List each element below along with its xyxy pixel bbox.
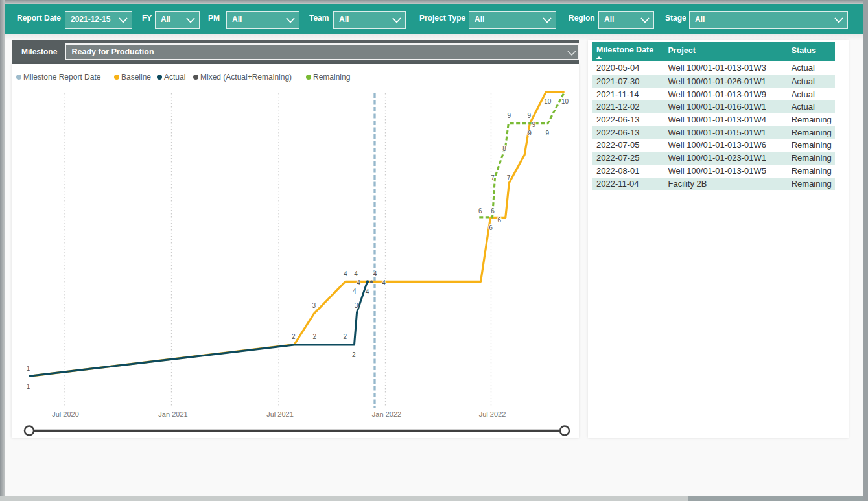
svg-text:1: 1 bbox=[27, 365, 30, 372]
svg-text:4: 4 bbox=[382, 279, 386, 286]
svg-text:9: 9 bbox=[546, 130, 550, 137]
svg-text:4: 4 bbox=[353, 288, 357, 295]
svg-text:3: 3 bbox=[355, 302, 358, 309]
svg-text:6: 6 bbox=[489, 224, 493, 231]
svg-text:2: 2 bbox=[292, 333, 296, 340]
svg-text:9: 9 bbox=[528, 130, 532, 137]
svg-text:Jul 2022: Jul 2022 bbox=[479, 410, 506, 418]
svg-text:4: 4 bbox=[373, 270, 377, 277]
svg-text:4: 4 bbox=[344, 270, 347, 277]
svg-text:Baseline: Baseline bbox=[121, 73, 151, 82]
svg-text:7: 7 bbox=[491, 174, 495, 181]
svg-text:4: 4 bbox=[357, 279, 360, 286]
svg-text:Remaining: Remaining bbox=[313, 73, 350, 82]
svg-text:2: 2 bbox=[313, 333, 317, 340]
svg-text:Jan 2022: Jan 2022 bbox=[372, 410, 401, 418]
svg-text:7: 7 bbox=[507, 174, 511, 181]
svg-text:9: 9 bbox=[532, 121, 535, 128]
svg-text:6: 6 bbox=[478, 207, 482, 215]
svg-text:Milestone Report Date: Milestone Report Date bbox=[23, 73, 101, 82]
svg-text:Jul 2021: Jul 2021 bbox=[266, 410, 294, 418]
svg-text:10: 10 bbox=[561, 98, 569, 105]
svg-text:2: 2 bbox=[352, 351, 356, 358]
svg-text:2: 2 bbox=[344, 333, 347, 340]
svg-text:6: 6 bbox=[491, 207, 495, 215]
svg-text:10: 10 bbox=[544, 98, 552, 105]
svg-text:Jan 2021: Jan 2021 bbox=[158, 410, 187, 418]
svg-text:4: 4 bbox=[366, 288, 369, 296]
svg-text:8: 8 bbox=[502, 145, 506, 152]
svg-text:3: 3 bbox=[312, 302, 316, 309]
svg-text:6: 6 bbox=[498, 216, 502, 224]
svg-text:4: 4 bbox=[354, 270, 358, 277]
svg-text:Actual: Actual bbox=[164, 73, 185, 82]
svg-text:9: 9 bbox=[508, 112, 511, 119]
svg-text:9: 9 bbox=[528, 112, 532, 119]
svg-text:Mixed (Actual+Remaining): Mixed (Actual+Remaining) bbox=[200, 73, 292, 82]
svg-text:Jul 2020: Jul 2020 bbox=[52, 410, 79, 418]
svg-text:1: 1 bbox=[27, 383, 30, 390]
